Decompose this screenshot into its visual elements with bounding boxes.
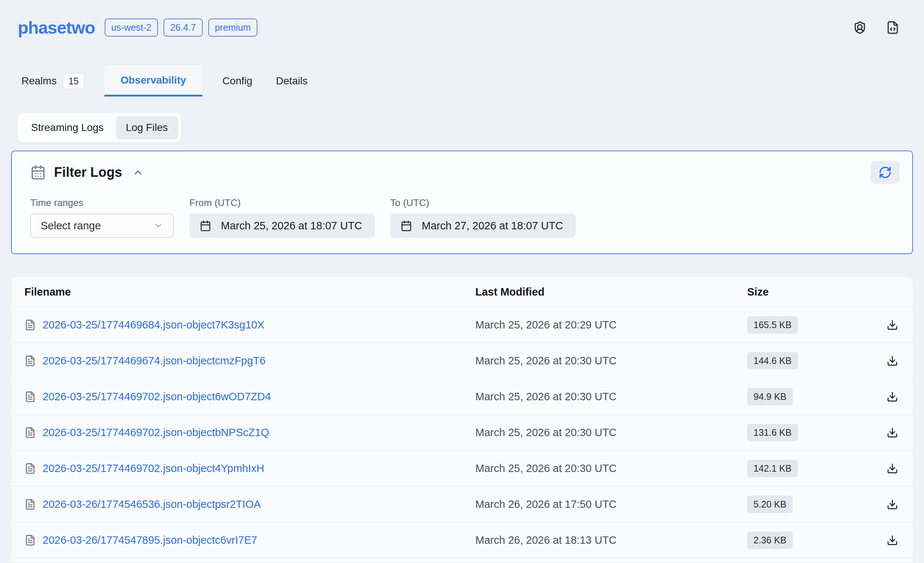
tab-realms-label: Realms [21,75,57,87]
tab-realms[interactable]: Realms 15 [18,66,88,96]
download-button[interactable] [885,533,900,548]
shield-user-icon[interactable] [853,21,867,35]
time-range-select[interactable]: Select range [30,213,174,238]
download-button[interactable] [885,354,900,368]
filter-title-group: Filter Logs [30,165,144,180]
size-badge: 165.5 KB [747,316,798,334]
region-badge: us-west-2 [105,18,158,37]
download-button[interactable] [885,461,900,476]
app-header: phasetwo us-west-2 26.4.7 premium [0,0,924,55]
download-icon [886,355,898,366]
log-files-table: Filename Last Modified Size 2026-03-25/1… [11,277,913,562]
last-modified-cell: March 25, 2026 at 20:30 UTC [476,355,747,367]
from-date-button[interactable]: March 25, 2026 at 18:07 UTC [189,213,375,238]
chevron-up-icon[interactable] [132,167,144,178]
table-row: 2026-03-25/1774469684.json-object7K3sg10… [11,307,913,342]
to-date-button[interactable]: March 27, 2026 at 18:07 UTC [390,213,576,238]
tab-details-label: Details [276,75,308,87]
file-text-icon [24,355,36,366]
calendar-icon [200,220,211,231]
refresh-button[interactable] [871,161,900,184]
tab-config[interactable]: Config [219,66,256,96]
size-cell: 144.6 KB [747,352,798,369]
file-code-icon[interactable] [886,21,900,35]
size-badge: 2.36 KB [747,531,793,549]
file-text-icon [24,463,36,474]
tab-details[interactable]: Details [272,66,312,96]
table-header: Filename Last Modified Size [11,277,913,307]
table-row: 2026-03-25/1774469674.json-objectcmzFpgT… [11,342,913,378]
chevron-down-icon [153,221,164,231]
log-file-link[interactable]: 2026-03-25/1774469702.json-objectbNPScZ1… [42,426,269,439]
size-badge: 131.6 KB [747,424,798,441]
subtab-log-files[interactable]: Log Files [116,116,178,139]
log-view-switcher: Streaming Logs Log Files [18,113,181,143]
download-button[interactable] [885,318,900,332]
from-date-value: March 25, 2026 at 18:07 UTC [221,220,362,232]
download-button[interactable] [885,389,900,404]
column-size: Size [747,286,878,298]
log-file-link[interactable]: 2026-03-25/1774469702.json-object4YpmhIx… [42,462,264,474]
log-file-link[interactable]: 2026-03-26/1774547895.json-objectc6vrI7E… [42,534,257,546]
log-file-link[interactable]: 2026-03-25/1774469702.json-object6wOD7ZD… [42,390,271,403]
size-badge: 144.6 KB [747,352,798,369]
download-icon [886,391,898,402]
log-file-link[interactable]: 2026-03-26/1774546536.json-objectpsr2TIO… [42,498,261,510]
file-text-icon [24,427,36,438]
realms-count-badge: 15 [63,73,84,89]
tab-config-label: Config [222,75,252,87]
filename-cell: 2026-03-25/1774469702.json-object4YpmhIx… [24,462,476,474]
last-modified-cell: March 25, 2026 at 20:30 UTC [476,462,747,474]
table-row: 2026-03-25/1774469702.json-object6wOD7ZD… [11,378,913,414]
filter-logs-panel: Filter Logs Time ranges Select range [11,150,913,254]
download-button[interactable] [885,497,900,512]
download-icon [886,534,898,546]
download-icon [886,319,898,331]
subtab-streaming-logs[interactable]: Streaming Logs [21,116,114,139]
filter-panel-title: Filter Logs [54,165,122,180]
last-modified-cell: March 25, 2026 at 20:30 UTC [476,390,747,403]
log-file-link[interactable]: 2026-03-25/1774469674.json-objectcmzFpgT… [42,355,266,367]
download-button[interactable] [885,425,900,440]
size-cell: 142.1 KB [747,460,798,477]
calendar-icon [400,220,412,231]
download-icon [886,498,898,510]
table-row: 2026-03-26/1774546536.json-objectpsr2TIO… [11,486,913,522]
size-badge: 5.20 KB [747,496,793,513]
filename-cell: 2026-03-26/1774547895.json-objectc6vrI7E… [24,534,476,546]
column-filename: Filename [24,286,476,298]
download-icon [886,427,898,438]
calendar-days-icon [30,165,46,180]
size-badge: 142.1 KB [747,460,798,477]
table-row: 2026-03-25/1774469702.json-object4YpmhIx… [11,450,913,486]
from-label: From (UTC) [189,197,375,209]
to-label: To (UTC) [390,197,576,209]
filename-cell: 2026-03-26/1774546536.json-objectpsr2TIO… [24,498,476,510]
partial-next-row [11,558,913,562]
table-row: 2026-03-26/1774547895.json-objectc6vrI7E… [11,522,913,558]
file-text-icon [24,319,36,331]
time-ranges-field: Time ranges Select range [30,197,174,238]
tab-observability[interactable]: Observability [104,66,202,96]
last-modified-cell: March 26, 2026 at 18:13 UTC [476,534,747,546]
to-date-value: March 27, 2026 at 18:07 UTC [422,220,563,232]
size-cell: 5.20 KB [747,496,793,513]
filename-cell: 2026-03-25/1774469702.json-objectbNPScZ1… [24,426,476,439]
refresh-icon [879,166,892,179]
table-row: 2026-03-25/1774469702.json-objectbNPScZ1… [11,414,913,450]
table-body: 2026-03-25/1774469684.json-object7K3sg10… [11,307,913,558]
file-text-icon [24,498,36,510]
column-last-modified: Last Modified [476,286,747,298]
log-file-link[interactable]: 2026-03-25/1774469684.json-object7K3sg10… [42,319,264,331]
file-text-icon [24,391,36,402]
time-range-select-value: Select range [41,220,101,232]
plan-badge: premium [208,18,258,37]
version-badge: 26.4.7 [164,18,203,37]
last-modified-cell: March 26, 2026 at 17:50 UTC [476,498,747,510]
header-icons [853,21,906,35]
size-cell: 131.6 KB [747,424,798,441]
size-cell: 2.36 KB [747,531,793,549]
filename-cell: 2026-03-25/1774469674.json-objectcmzFpgT… [24,355,476,367]
size-badge: 94.9 KB [747,388,793,405]
app-logo: phasetwo [18,17,95,38]
